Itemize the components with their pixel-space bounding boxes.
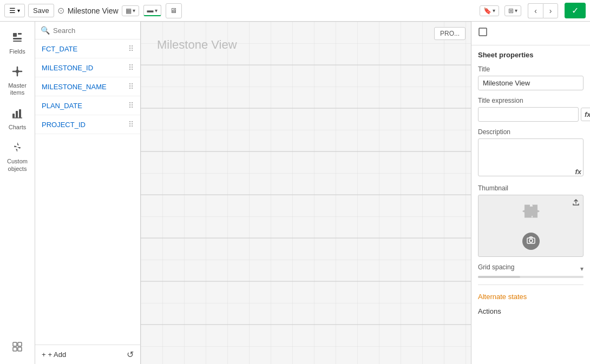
scroll-down-icon: ▾ [580,265,584,273]
search-icon: 🔍 [41,26,50,35]
title-section: Title [471,62,590,94]
search-input[interactable] [53,27,135,35]
sidebar-item-master-items[interactable]: Master items [3,61,32,101]
svg-rect-0 [13,33,17,37]
thumbnail-puzzle-icon [520,200,542,227]
svg-rect-11 [13,347,17,351]
title-expression-input[interactable] [478,107,579,122]
layout-icon: ⊞ [508,7,514,15]
fields-footer: + + Add ↺ [35,345,140,364]
check-icon: ✓ [572,5,579,16]
svg-rect-3 [13,41,22,42]
canvas-area[interactable]: Milestone View PRO... [141,22,471,364]
monitor-view-button[interactable]: 🖥 [166,3,182,18]
description-label: Description [478,128,584,136]
view-toggle-2[interactable]: ▬ ▾ [143,5,161,16]
thumbnail-section: Thumbnail [471,181,590,260]
fx-icon: fx [585,110,590,118]
field-name: PLAN_DATE [42,102,82,110]
alternate-states-link[interactable]: Alternate states [471,288,590,305]
grid-spacing-bar[interactable] [478,276,584,278]
actions-label: Actions [471,305,590,320]
layout-button[interactable]: ⊞ ▾ [504,5,521,16]
list-item[interactable]: PROJECT_ID ⠿ [35,115,140,134]
monitor-icon: 🖥 [170,6,177,15]
list-item[interactable]: MILESTONE_ID ⠿ [35,58,140,77]
search-area: 🔍 [35,22,140,39]
camera-button[interactable] [522,233,540,250]
refresh-icon: ↺ [127,350,134,359]
description-textarea[interactable] [478,138,584,176]
right-panel: Sheet properties Title Title expression … [471,22,590,364]
custom-objects-icon [11,141,23,156]
sidebar-item-custom-objects[interactable]: Custom objects [3,137,32,176]
hamburger-button[interactable]: ☰ ▾ [4,4,25,17]
save-button[interactable]: Save [28,4,54,17]
fx-button-title[interactable]: fx [581,108,590,121]
svg-rect-2 [13,38,22,39]
confirm-button[interactable]: ✓ [565,3,586,18]
plus-icon: + [42,350,46,359]
app-title: Milestone View [68,6,119,15]
master-items-icon [11,65,23,80]
drag-icon[interactable]: ⠿ [128,82,134,91]
title-expression-section: Title expression fx [471,94,590,125]
prev-button[interactable]: ‹ [528,3,543,18]
chevron-icon: ▾ [133,8,135,14]
view-icon-2: ▬ [147,6,154,14]
title-icon: ⊙ [57,5,64,16]
view-icon-1: ▦ [126,7,132,15]
bookmark-button[interactable]: 🔖 ▾ [480,5,499,16]
next-button[interactable]: › [543,3,558,18]
canvas-grid [141,22,471,364]
list-item[interactable]: FCT_DATE ⠿ [35,39,140,58]
fx-button-description[interactable]: fx [575,168,581,176]
pro-label: PRO... [440,30,460,37]
svg-rect-12 [18,347,22,351]
drag-icon[interactable]: ⠿ [128,44,134,53]
pro-button[interactable]: PRO... [434,27,466,40]
field-name: PROJECT_ID [42,121,86,129]
charts-icon [11,107,23,122]
sidebar-item-charts[interactable]: Charts [3,103,32,135]
svg-rect-10 [18,342,22,346]
thumbnail-upload-button[interactable] [572,198,580,208]
svg-point-23 [529,239,533,242]
sidebar-item-label-custom-objects: Custom objects [5,158,30,172]
right-panel-header [471,22,590,45]
grid-spacing-label: Grid spacing [478,263,514,271]
sidebar-footer-icon[interactable] [6,336,28,358]
thumbnail-box[interactable] [478,195,584,257]
field-name: FCT_DATE [42,45,77,53]
drag-icon[interactable]: ⠿ [128,120,134,129]
sidebar-item-label-fields: Fields [9,48,25,55]
bookmark-chevron: ▾ [493,8,495,14]
navigation-buttons: ‹ › [528,3,558,18]
sidebar-item-fields[interactable]: Fields [3,27,32,59]
list-item[interactable]: PLAN_DATE ⠿ [35,96,140,115]
list-item[interactable]: MILESTONE_NAME ⠿ [35,77,140,96]
fields-icon [11,31,23,46]
drag-icon[interactable]: ⠿ [128,101,134,110]
svg-rect-7 [19,109,21,118]
top-toolbar: ☰ ▾ Save ⊙ Milestone View ▦ ▾ ▬ ▾ 🖥 🔖 ▾ … [0,0,590,22]
sidebar-item-label-charts: Charts [9,124,26,130]
left-sidebar: Fields Master items Charts [0,22,35,364]
svg-rect-1 [18,33,22,35]
sheet-icon [478,27,488,39]
save-label: Save [33,6,49,15]
fx-icon-desc: fx [575,168,581,176]
title-input[interactable] [478,76,584,90]
upload-icon [572,199,580,208]
title-expression-label: Title expression [478,97,584,104]
svg-rect-21 [479,28,487,36]
drag-icon[interactable]: ⠿ [128,63,134,72]
add-button[interactable]: + + Add [42,350,66,359]
view-toggle-1[interactable]: ▦ ▾ [122,5,139,16]
refresh-button[interactable]: ↺ [127,349,134,360]
thumbnail-label: Thumbnail [478,184,584,192]
divider [471,281,590,288]
hamburger-icon: ☰ [9,6,16,15]
layout-chevron: ▾ [515,8,517,14]
fields-panel: 🔍 FCT_DATE ⠿ MILESTONE_ID ⠿ MILESTONE_NA… [35,22,141,364]
